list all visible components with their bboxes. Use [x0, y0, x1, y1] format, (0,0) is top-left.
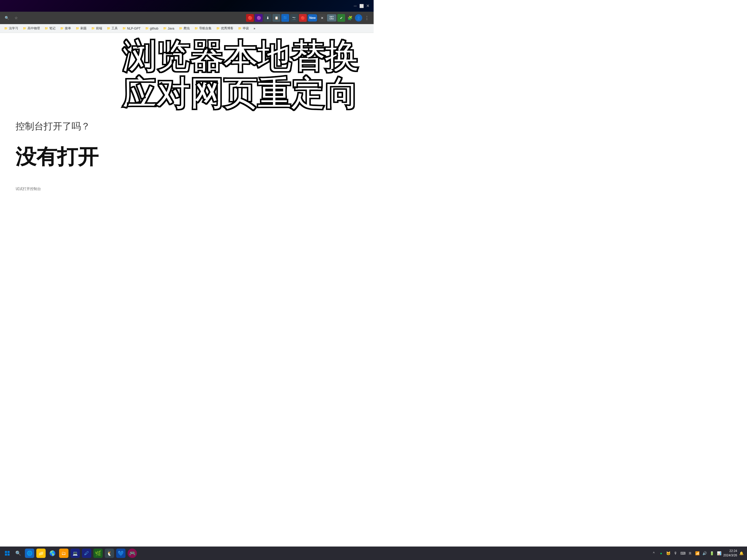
ext-icon-9[interactable]: ✕ [318, 14, 326, 22]
bookmark-crawler[interactable]: 📁 爬虫 [177, 25, 192, 32]
question-text: 控制台打开了吗？ [16, 120, 358, 133]
bookmark-label: 毕设 [243, 26, 249, 31]
extensions-puzzle-icon[interactable]: 🧩 [346, 14, 354, 22]
ext-icon-get-crx[interactable]: GETCRX [327, 14, 336, 22]
bookmark-label: 爬虫 [184, 26, 190, 31]
bookmark-thesis[interactable]: 📁 毕设 [236, 25, 251, 32]
bookmark-frontend[interactable]: 📁 前端 [89, 25, 104, 32]
bookmark-label: 刷题 [80, 26, 86, 31]
bookmark-label: Java [168, 27, 174, 30]
bookmark-label: 工具 [111, 26, 118, 31]
folder-icon: 📁 [4, 27, 8, 30]
bookmark-label: 导航合集 [199, 26, 212, 31]
bookmark-label: NLP-GPT [127, 27, 140, 30]
bookmark-notes[interactable]: 📁 笔记 [43, 25, 57, 32]
bookmark-label: 法学习 [9, 26, 18, 31]
bookmark-label: 高中物理 [27, 26, 40, 31]
answer-text: 没有打开 [16, 143, 358, 171]
main-title: 浏览器本地替换 应对网页重定向 [16, 38, 358, 112]
bookmark-physics[interactable]: 📁 高中物理 [21, 25, 42, 32]
ext-icon-4[interactable]: 📋 [273, 14, 280, 22]
bookmark-tools[interactable]: 📁 工具 [105, 25, 120, 32]
bookmark-github[interactable]: 📁 github [143, 26, 160, 31]
bookmark-label: 前端 [96, 26, 102, 31]
window-minimize-button[interactable]: ─ [353, 4, 358, 8]
ext-icon-5[interactable]: 🟦 [281, 14, 289, 22]
bookmark-label: 接单 [65, 26, 71, 31]
search-icon[interactable]: 🔍 [3, 14, 10, 22]
ext-icon-3[interactable]: ⬇ [264, 14, 272, 22]
bookmark-faxuexi[interactable]: 📁 法学习 [2, 25, 20, 32]
bookmark-icon[interactable]: ☆ [12, 14, 20, 22]
folder-icon: 📁 [23, 27, 26, 30]
folder-icon: 📁 [107, 27, 110, 30]
folder-icon: 📁 [60, 27, 64, 30]
bookmark-label: github [150, 27, 158, 30]
folder-icon: 📁 [238, 27, 242, 30]
window-maximize-button[interactable]: ⬜ [359, 4, 364, 8]
title-line1: 浏览器本地替换 [16, 38, 358, 75]
hint-text: 试试打开控制台 [16, 187, 358, 191]
ext-icon-2[interactable]: 🟣 [255, 14, 263, 22]
folder-icon: 📁 [122, 27, 126, 30]
folder-icon: 📁 [216, 27, 220, 30]
folder-icon: 📁 [91, 27, 95, 30]
bookmark-label: 笔记 [49, 26, 55, 31]
new-badge: New [309, 16, 316, 20]
ext-icon-1[interactable]: 🔴 [246, 14, 254, 22]
bookmark-nlp[interactable]: 📁 NLP-GPT [120, 26, 143, 31]
window-close-button[interactable]: ✕ [365, 4, 370, 8]
ext-icon-11[interactable]: ✔ [337, 14, 345, 22]
folder-icon: 📁 [179, 27, 183, 30]
bookmark-label: 优秀博客 [221, 26, 233, 31]
bookmark-problems[interactable]: 📁 刷题 [74, 25, 89, 32]
bookmark-orders[interactable]: 📁 接单 [58, 25, 73, 32]
bookmark-java[interactable]: 📁 Java [161, 26, 176, 31]
bookmark-blogs[interactable]: 📁 优秀博客 [214, 25, 235, 32]
more-menu-button[interactable]: ⋮ [363, 14, 370, 22]
ext-icon-new[interactable]: New [308, 14, 317, 22]
folder-icon: 📁 [195, 27, 198, 30]
ext-icon-6[interactable]: 📷 [290, 14, 298, 22]
folder-icon: 📁 [76, 27, 79, 30]
folder-icon: 📁 [163, 27, 167, 30]
title-line2: 应对网页重定向 [16, 75, 358, 112]
bookmark-nav[interactable]: 📁 导航合集 [192, 25, 214, 32]
folder-icon: 📁 [145, 27, 149, 30]
folder-icon: 📁 [45, 27, 48, 30]
bookmark-more[interactable]: » [252, 26, 257, 31]
ext-icon-7[interactable]: 🔴 [299, 14, 307, 22]
profile-icon[interactable]: 👤 [355, 14, 362, 22]
